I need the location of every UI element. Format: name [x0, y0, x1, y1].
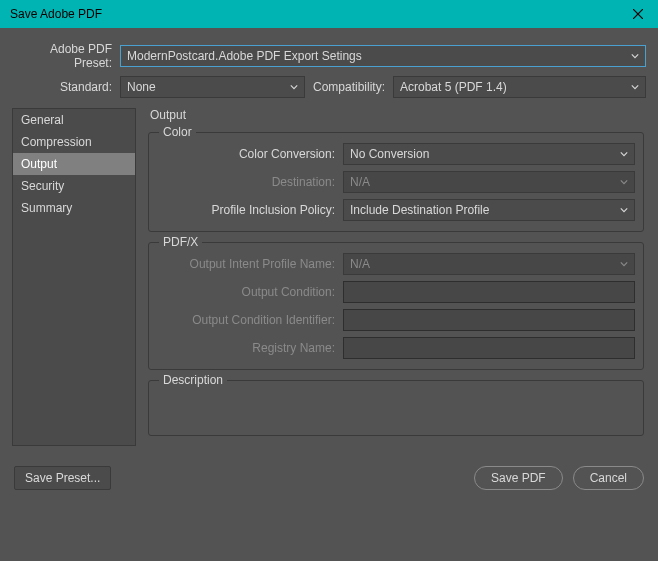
profile-policy-select[interactable]: Include Destination Profile	[343, 199, 635, 221]
color-conversion-select[interactable]: No Conversion	[343, 143, 635, 165]
description-fieldset: Description	[148, 380, 644, 436]
close-button[interactable]	[618, 0, 658, 28]
profile-policy-label: Profile Inclusion Policy:	[157, 203, 343, 217]
description-legend: Description	[159, 373, 227, 387]
chevron-down-icon	[290, 80, 298, 94]
sidebar: General Compression Output Security Summ…	[12, 108, 136, 446]
standard-value: None	[127, 80, 156, 94]
preset-label: Adobe PDF Preset:	[12, 42, 120, 70]
sidebar-item-security[interactable]: Security	[13, 175, 135, 197]
destination-select: N/A	[343, 171, 635, 193]
destination-label: Destination:	[157, 175, 343, 189]
output-condition-id-input	[343, 309, 635, 331]
color-conversion-label: Color Conversion:	[157, 147, 343, 161]
save-pdf-button[interactable]: Save PDF	[474, 466, 563, 490]
color-legend: Color	[159, 125, 196, 139]
intent-value: N/A	[350, 257, 370, 271]
close-icon	[633, 9, 643, 19]
cancel-button[interactable]: Cancel	[573, 466, 644, 490]
compatibility-select[interactable]: Acrobat 5 (PDF 1.4)	[393, 76, 646, 98]
destination-value: N/A	[350, 175, 370, 189]
color-conversion-value: No Conversion	[350, 147, 429, 161]
chevron-down-icon	[620, 175, 628, 189]
output-condition-input	[343, 281, 635, 303]
chevron-down-icon	[631, 80, 639, 94]
sidebar-item-summary[interactable]: Summary	[13, 197, 135, 219]
titlebar: Save Adobe PDF	[0, 0, 658, 28]
output-condition-id-label: Output Condition Identifier:	[157, 313, 343, 327]
main-panel: Output Color Color Conversion: No Conver…	[146, 108, 646, 446]
save-preset-button[interactable]: Save Preset...	[14, 466, 111, 490]
output-condition-label: Output Condition:	[157, 285, 343, 299]
compatibility-label: Compatibility:	[305, 80, 393, 94]
chevron-down-icon	[620, 203, 628, 217]
standard-label: Standard:	[12, 80, 120, 94]
sidebar-item-general[interactable]: General	[13, 109, 135, 131]
preset-value: ModernPostcard.Adobe PDF Export Setings	[127, 49, 362, 63]
registry-name-label: Registry Name:	[157, 341, 343, 355]
footer: Save Preset... Save PDF Cancel	[0, 456, 658, 502]
window-title: Save Adobe PDF	[10, 7, 102, 21]
intent-select: N/A	[343, 253, 635, 275]
standard-select[interactable]: None	[120, 76, 305, 98]
chevron-down-icon	[620, 147, 628, 161]
panel-title: Output	[146, 108, 646, 122]
pdfx-fieldset: PDF/X Output Intent Profile Name: N/A Ou…	[148, 242, 644, 370]
chevron-down-icon	[620, 257, 628, 271]
color-fieldset: Color Color Conversion: No Conversion De…	[148, 132, 644, 232]
preset-select[interactable]: ModernPostcard.Adobe PDF Export Setings	[120, 45, 646, 67]
pdfx-legend: PDF/X	[159, 235, 202, 249]
sidebar-item-output[interactable]: Output	[13, 153, 135, 175]
intent-label: Output Intent Profile Name:	[157, 257, 343, 271]
chevron-down-icon	[631, 49, 639, 63]
registry-name-input	[343, 337, 635, 359]
profile-policy-value: Include Destination Profile	[350, 203, 489, 217]
sidebar-item-compression[interactable]: Compression	[13, 131, 135, 153]
compatibility-value: Acrobat 5 (PDF 1.4)	[400, 80, 507, 94]
